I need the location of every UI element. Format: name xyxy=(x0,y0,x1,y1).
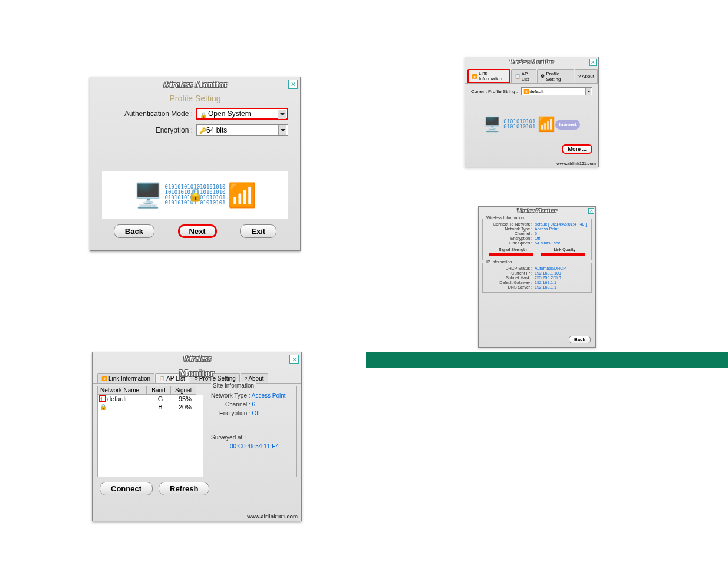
close-icon[interactable]: ✕ xyxy=(289,355,299,364)
encryption-row: Encryption : 64 bits xyxy=(90,124,300,136)
site-information: Site Information Network Type : Access P… xyxy=(207,386,297,477)
footer-url: www.airlink101.com xyxy=(247,514,298,520)
internet-cloud: Internet xyxy=(555,120,579,130)
info-row: Channel :6 xyxy=(485,232,589,236)
auth-mode-row: Authentication Mode : Open System xyxy=(90,108,300,120)
ap-list: Network Name Band Signal ℹ default G 95%… xyxy=(97,386,203,477)
cell-name: ℹ default xyxy=(99,395,149,402)
computer-icon: 🖥️ xyxy=(483,116,501,133)
wifi-open-icon: ℹ xyxy=(99,395,106,402)
wifi-locked-icon: 🔒 xyxy=(99,404,106,411)
cell-signal: 95% xyxy=(172,395,198,402)
info-row: Encryption :Off xyxy=(485,236,589,240)
info-row: DHCP Status :Automatic/DHCP xyxy=(485,266,589,270)
col-network-name[interactable]: Network Name xyxy=(97,386,147,395)
signal-strength-label: Signal Strength xyxy=(499,247,527,252)
signal-icon: 📶 xyxy=(472,74,477,79)
info-row: Link Speed :54 Mbits / sec xyxy=(485,241,589,245)
more-button-wrap: More ... xyxy=(562,144,592,154)
tab-profile-setting[interactable]: ⚙ Profile Setting xyxy=(537,69,574,83)
tab-link-information[interactable]: 📶 Link Information xyxy=(97,373,154,383)
current-profile-value: default xyxy=(529,89,543,94)
back-button[interactable]: Back xyxy=(569,336,591,343)
network-graphic: 🖥️ 01010101010101010101010101010 1010101… xyxy=(102,171,288,219)
connect-button[interactable]: Connect xyxy=(100,482,153,495)
current-profile-dropdown[interactable]: 📶 default xyxy=(521,87,592,95)
link-quality-bar xyxy=(541,253,585,256)
site-row: Surveyed at : xyxy=(211,434,292,441)
strength-row: Signal Strength Link Quality xyxy=(485,247,589,252)
list-icon: 📋 xyxy=(515,74,521,79)
signal-icon: 📶 xyxy=(101,376,107,381)
current-profile-row: Current Profile String : 📶 default xyxy=(465,84,598,95)
col-band[interactable]: Band xyxy=(147,386,170,395)
ap-row[interactable]: ℹ default G 95% xyxy=(98,395,203,403)
tab-ap-list[interactable]: 📋 AP List xyxy=(511,69,537,83)
button-row: Connect Refresh xyxy=(93,480,301,498)
list-icon: 📋 xyxy=(159,376,165,381)
site-row: Encryption : Off xyxy=(211,410,292,416)
info-row: Connect To Network :default [ 00:14:A5:0… xyxy=(485,222,589,226)
chevron-down-icon[interactable] xyxy=(278,125,286,135)
encryption-dropdown[interactable]: 64 bits xyxy=(196,124,288,136)
refresh-button[interactable]: Refresh xyxy=(159,482,209,495)
next-button[interactable]: Next xyxy=(178,224,217,238)
ap-rows: ℹ default G 95% 🔒 B 20% xyxy=(97,395,203,477)
titlebar: Wireless Monitor ✕ xyxy=(479,207,595,216)
wifi-icon: 📶 xyxy=(523,89,529,94)
footer-url: www.airlink101.com xyxy=(556,161,596,166)
app-title: Wireless Monitor xyxy=(517,209,557,213)
tabs: 📶 Link Information 📋 AP List ⚙ Profile S… xyxy=(465,69,598,84)
cell-signal: 20% xyxy=(172,404,198,411)
col-signal[interactable]: Signal xyxy=(170,386,196,395)
question-icon: ? xyxy=(578,74,581,79)
exit-button[interactable]: Exit xyxy=(240,224,276,238)
chevron-down-icon[interactable] xyxy=(278,110,286,119)
site-row: Network Type : Access Point xyxy=(211,392,292,399)
cell-name: 🔒 xyxy=(99,404,149,411)
site-row: Channel : 6 xyxy=(211,401,292,408)
cell-band: G xyxy=(149,395,172,402)
close-icon[interactable]: ✕ xyxy=(288,80,298,89)
router-icon: 📶 xyxy=(538,116,555,133)
tab-about[interactable]: ? About xyxy=(241,373,268,383)
button-row: Back Next Exit xyxy=(90,219,300,244)
info-row: DNS Server :192.168.1.1 xyxy=(485,285,589,289)
chevron-down-icon[interactable] xyxy=(585,88,591,95)
app-title: Wireless Monitor xyxy=(162,81,228,89)
connection-graphic: 🖥️ 01010101010101010101 📶 Internet xyxy=(472,106,591,143)
tab-link-information[interactable]: 📶 Link Information xyxy=(467,69,510,83)
app-title: Wireless Monitor xyxy=(509,59,554,65)
signal-strength-bar xyxy=(489,253,533,256)
page-subtitle: Profile Setting xyxy=(90,94,300,103)
strength-bars xyxy=(485,252,589,257)
titlebar: Wireless Monitor ✕ xyxy=(93,352,301,373)
link-info-window: Wireless Monitor ✕ 📶 Link Information 📋 … xyxy=(465,57,599,167)
close-icon[interactable]: ✕ xyxy=(588,208,594,214)
router-icon: 📶 xyxy=(228,181,257,209)
ap-headers: Network Name Band Signal xyxy=(97,386,203,395)
question-icon: ? xyxy=(245,376,247,381)
info-row: Current IP :192.168.1.100 xyxy=(485,271,589,275)
more-button[interactable]: More ... xyxy=(562,144,592,154)
cell-band: B xyxy=(149,404,172,411)
titlebar: Wireless Monitor ✕ xyxy=(90,77,300,92)
wireless-info-fieldset: Wireless Information Connect To Network … xyxy=(482,219,592,260)
wireless-info-legend: Wireless Information xyxy=(485,216,525,220)
key-icon xyxy=(199,126,206,134)
current-profile-label: Current Profile String : xyxy=(471,89,518,94)
green-divider xyxy=(366,352,728,368)
computer-icon: 🖥️ xyxy=(133,181,163,209)
details-window: Wireless Monitor ✕ Wireless Information … xyxy=(478,206,596,348)
encryption-label: Encryption : xyxy=(90,126,196,134)
auth-mode-dropdown[interactable]: Open System xyxy=(196,108,288,120)
close-icon[interactable]: ✕ xyxy=(589,59,597,66)
info-row: Default Gateway :192.168.1.1 xyxy=(485,280,589,285)
lock-icon xyxy=(200,111,206,117)
ip-info-fieldset: IP Information DHCP Status :Automatic/DH… xyxy=(482,263,592,293)
site-info-legend: Site Information xyxy=(211,382,256,389)
back-button[interactable]: Back xyxy=(114,224,154,238)
tab-about[interactable]: ? About xyxy=(575,69,598,83)
ap-row[interactable]: 🔒 B 20% xyxy=(98,403,203,411)
auth-mode-value: Open System xyxy=(208,110,251,118)
